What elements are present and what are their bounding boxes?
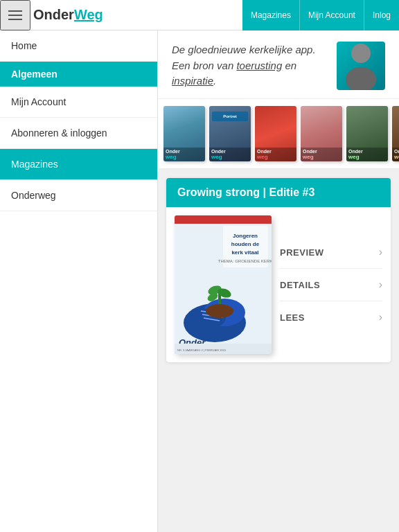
top-nav-buttons: Magazines Mijn Account Inlog: [242, 0, 399, 30]
banner-image: [337, 42, 385, 90]
hamburger-button[interactable]: [0, 0, 30, 30]
sidebar-item-onderweg[interactable]: Onderweg: [0, 180, 157, 211]
sidebar-item-abonneren[interactable]: Abonneren & inloggen: [0, 118, 157, 149]
cover-item-6[interactable]: Onder weg: [392, 106, 399, 161]
sidebar-item-home[interactable]: Home: [0, 30, 157, 62]
banner-text: De gloednieuwe kerkelijke app. Een bron …: [172, 42, 337, 89]
logo-part2: Weg: [74, 7, 103, 22]
details-label: DETAILS: [280, 280, 320, 290]
details-action[interactable]: DETAILS ›: [280, 269, 382, 301]
lees-label: LEES: [280, 312, 305, 323]
cover-item-1[interactable]: Onder weg: [163, 106, 205, 161]
banner-line2-suffix: .: [213, 75, 216, 87]
svg-rect-3: [175, 215, 272, 224]
person-image-icon: [340, 42, 382, 89]
top-bar: OnderWeg Magazines Mijn Account Inlog: [0, 0, 399, 30]
svg-text:NR. 3 JAARGANG 2 | FEBRUARI 20: NR. 3 JAARGANG 2 | FEBRUARI 2015: [177, 348, 227, 352]
lees-action[interactable]: LEES ›: [280, 301, 382, 333]
details-chevron-icon: ›: [379, 278, 382, 291]
logo-part1: Onder: [33, 7, 74, 22]
nav-inlog-button[interactable]: Inlog: [364, 0, 399, 30]
cover-item-4[interactable]: Onder weg: [301, 106, 342, 161]
featured-section: Growing strong | Editie #3 Jongeren h: [166, 178, 391, 362]
magazine-cover-art: Jongeren houden de kerk vitaal THEMA: GR…: [175, 215, 272, 354]
featured-title: Growing strong | Editie #3: [166, 178, 391, 207]
banner-toerusting: toerusting: [236, 60, 282, 71]
banner-line1: De gloednieuwe kerkelijke app.: [172, 44, 316, 55]
svg-text:kerk vitaal: kerk vitaal: [231, 249, 258, 256]
preview-action[interactable]: PREVIEW ›: [280, 236, 382, 269]
app-logo: OnderWeg: [30, 7, 242, 23]
nav-magazines-button[interactable]: Magazines: [242, 0, 300, 30]
content-area: De gloednieuwe kerkelijke app. Een bron …: [158, 30, 399, 532]
svg-text:houden de: houden de: [231, 241, 260, 247]
svg-text:THEMA: GROEIENDE KERK: THEMA: GROEIENDE KERK: [218, 259, 272, 263]
hamburger-icon: [8, 10, 22, 20]
sidebar: Home Algemeen Mijn Account Abonneren & i…: [0, 30, 158, 532]
cover-item-3[interactable]: Onder weg: [255, 106, 296, 161]
featured-actions: PREVIEW › DETAILS › LEES ›: [280, 215, 382, 354]
svg-point-0: [351, 44, 371, 63]
sidebar-item-mijn-account[interactable]: Mijn Account: [0, 87, 157, 118]
cover-item-5[interactable]: Onder weg: [346, 106, 388, 161]
svg-point-19: [206, 304, 233, 318]
sidebar-item-magazines[interactable]: Magazines: [0, 149, 157, 180]
magazine-cover-preview[interactable]: Jongeren houden de kerk vitaal THEMA: GR…: [175, 215, 272, 354]
banner-line2-middle: en: [282, 60, 296, 71]
covers-strip: Onder weg Portret Onder weg Onder weg: [158, 99, 399, 170]
svg-text:Jongeren: Jongeren: [233, 233, 258, 239]
banner-area: De gloednieuwe kerkelijke app. Een bron …: [158, 30, 399, 99]
banner-inspiratie: inspiratie: [172, 75, 213, 87]
banner-line2-prefix: Een bron van: [172, 60, 236, 71]
sidebar-section-algemeen: Algemeen: [0, 62, 157, 87]
svg-point-1: [346, 67, 376, 89]
cover-item-2[interactable]: Portret Onder weg: [209, 106, 251, 161]
preview-label: PREVIEW: [280, 247, 323, 258]
featured-content: Jongeren houden de kerk vitaal THEMA: GR…: [166, 207, 391, 362]
preview-chevron-icon: ›: [379, 246, 382, 258]
nav-mijn-account-button[interactable]: Mijn Account: [300, 0, 364, 30]
lees-chevron-icon: ›: [379, 311, 382, 323]
main-layout: Home Algemeen Mijn Account Abonneren & i…: [0, 30, 399, 532]
